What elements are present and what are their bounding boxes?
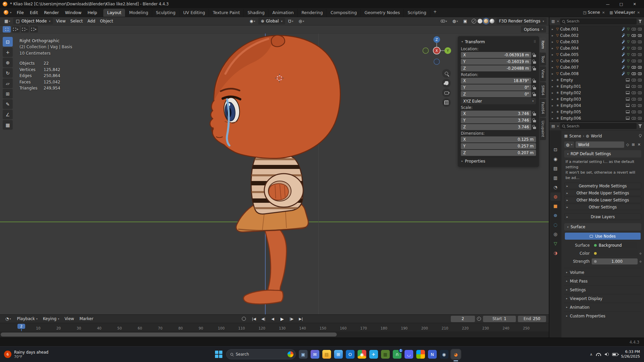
render-visibility-icon[interactable] bbox=[638, 28, 642, 31]
rotation-field[interactable]: X18.879° bbox=[461, 78, 531, 84]
overlays-dropdown[interactable]: ◍▾ bbox=[450, 18, 461, 25]
taskbar-app-store[interactable]: ⊞ bbox=[334, 350, 343, 359]
transform-orientation-selector[interactable]: ⊕Global▾ bbox=[258, 18, 285, 24]
taskbar-app-blender[interactable]: ◕ bbox=[451, 350, 460, 359]
hide-eye-icon[interactable] bbox=[632, 34, 636, 37]
expand-chevron-icon[interactable]: ▸ bbox=[552, 91, 555, 95]
taskbar-app-minecraft[interactable]: ▦ bbox=[381, 350, 390, 359]
weather-widget[interactable]: 6 Rainy days ahead 70°F bbox=[4, 350, 85, 359]
lock-icon[interactable] bbox=[533, 87, 536, 89]
viewport-menu-item[interactable]: Select bbox=[68, 18, 85, 25]
strength-slider[interactable]: 1.000 bbox=[592, 258, 638, 264]
workspace-tab[interactable]: Sculpting bbox=[152, 9, 179, 17]
sidebar-tab[interactable]: Item bbox=[540, 38, 546, 52]
use-nodes-button[interactable]: Use Nodes bbox=[565, 233, 641, 240]
properties-tab-material[interactable]: ◑ bbox=[550, 249, 560, 257]
collapsed-panel-header[interactable]: ▸Viewport Display bbox=[564, 294, 641, 303]
lock-icon[interactable] bbox=[533, 61, 536, 64]
outliner-row[interactable]: ▸ ▽ ∗ Empty ▽ bbox=[549, 77, 644, 83]
jump-to-end-button[interactable]: ▶| bbox=[297, 315, 305, 322]
next-keyframe-button[interactable]: |▶ bbox=[287, 315, 296, 322]
tool-transform[interactable]: ⊞ bbox=[3, 89, 13, 99]
viewport-menu-item[interactable]: Object bbox=[98, 18, 115, 25]
expand-chevron-icon[interactable]: ▸ bbox=[552, 53, 555, 56]
taskbar-app-chrome[interactable]: ◉ bbox=[358, 350, 366, 359]
transform-pivot-button[interactable]: ◉▾ bbox=[247, 18, 258, 25]
dimension-field[interactable]: X0.125 m bbox=[461, 136, 536, 142]
rotation-field[interactable]: Y0° bbox=[461, 84, 531, 90]
tool-measure[interactable]: ∠ bbox=[3, 110, 13, 119]
proportional-edit-toggle[interactable]: ◎▾ bbox=[296, 18, 307, 25]
properties-tab-object-data[interactable]: ▽ bbox=[550, 239, 560, 248]
outliner-search-input[interactable]: Search bbox=[560, 18, 637, 24]
lock-icon[interactable] bbox=[533, 94, 536, 96]
object-name[interactable]: Cube.006 bbox=[560, 59, 579, 63]
render-visibility-icon[interactable] bbox=[638, 92, 642, 94]
timeline-menu-item[interactable]: Marker bbox=[77, 315, 96, 322]
breadcrumb-scene[interactable]: Scene bbox=[569, 134, 581, 138]
keyframe-dot-icon[interactable] bbox=[640, 261, 641, 262]
playhead[interactable]: 2 bbox=[17, 324, 25, 329]
fake-user-shield-icon[interactable]: ◇ bbox=[626, 142, 630, 147]
select-mode-subtract-button[interactable]: − bbox=[21, 26, 29, 33]
sidebar-tab[interactable]: Tool bbox=[540, 53, 546, 66]
outliner-row[interactable]: ▸ ▽ ∗ Cube.008 ▽ bbox=[549, 70, 644, 77]
rdp-subpanel-button[interactable]: ▸Other Mode Lower Settings bbox=[564, 197, 641, 203]
render-visibility-icon[interactable] bbox=[638, 104, 642, 107]
close-icon[interactable]: ✕ bbox=[628, 0, 641, 8]
start-button[interactable] bbox=[214, 350, 223, 359]
menu-item[interactable]: Window bbox=[62, 8, 85, 17]
outliner-row[interactable]: ▸ ▽ ∗ Cube.002 ▽ bbox=[549, 32, 644, 39]
surface-shader-field[interactable]: Background bbox=[592, 242, 637, 248]
object-name[interactable]: Cube.007 bbox=[560, 65, 579, 70]
sidebar-tab[interactable]: Fast64 bbox=[540, 99, 546, 117]
scale-field[interactable]: Y3.746 bbox=[461, 117, 531, 123]
hide-eye-icon[interactable] bbox=[632, 47, 636, 50]
jump-to-start-button[interactable]: |◀ bbox=[250, 315, 258, 322]
object-name[interactable]: Empty bbox=[560, 78, 573, 82]
properties-editor-icon[interactable]: ▤ bbox=[551, 124, 555, 128]
timeline-menu-item[interactable]: Playback bbox=[14, 315, 41, 322]
timeline-scrollbar[interactable] bbox=[0, 331, 549, 338]
tool-move[interactable]: ⊕ bbox=[3, 58, 13, 67]
tool-add-cube[interactable]: ▦ bbox=[3, 120, 13, 130]
render-visibility-icon[interactable] bbox=[638, 117, 642, 120]
draw-layers-button[interactable]: ▸Draw Layers bbox=[564, 214, 641, 220]
object-name[interactable]: Cube.008 bbox=[560, 71, 579, 76]
outliner-row[interactable]: ▸ ▽ ∗ Empty.003 ▽ bbox=[549, 96, 644, 102]
render-visibility-icon[interactable] bbox=[638, 53, 642, 56]
render-visibility-icon[interactable] bbox=[638, 79, 642, 81]
hide-eye-icon[interactable] bbox=[632, 85, 636, 88]
previous-keyframe-button[interactable]: ◀| bbox=[259, 315, 267, 322]
timeline-ruler[interactable]: 1020304050607080901001101201301401501601… bbox=[0, 323, 549, 331]
rdp-subpanel-button[interactable]: ▸Geometry Mode Settings bbox=[564, 183, 641, 189]
workspace-tab[interactable]: Geometry Nodes bbox=[361, 9, 404, 17]
expand-chevron-icon[interactable]: ▸ bbox=[552, 104, 555, 107]
workspace-tab[interactable]: Modeling bbox=[125, 9, 152, 17]
frame-end-field[interactable]: End250 bbox=[518, 316, 546, 322]
current-frame-field[interactable]: 2 bbox=[451, 316, 475, 322]
editor-type-button[interactable]: ▦▾ bbox=[2, 18, 12, 25]
expand-chevron-icon[interactable]: ▸ bbox=[552, 110, 555, 114]
preview-range-toggle[interactable] bbox=[477, 317, 481, 321]
workspace-tab[interactable]: Shading bbox=[244, 9, 269, 17]
world-type-dropdown[interactable]: ◍▾ bbox=[564, 141, 574, 148]
surface-panel-header[interactable]: ▾Surface bbox=[564, 223, 641, 231]
collapsed-panel-header[interactable]: ▸Volume bbox=[564, 268, 641, 277]
properties-tab-modifiers[interactable]: ⊚ bbox=[550, 211, 560, 220]
tool-select-box[interactable]: ⊡ bbox=[3, 37, 13, 47]
frame-start-field[interactable]: Start1 bbox=[483, 316, 516, 322]
object-name[interactable]: Empty.002 bbox=[560, 90, 581, 95]
keyframe-dot-icon[interactable] bbox=[640, 253, 641, 254]
shading-solid-button[interactable] bbox=[478, 19, 482, 23]
expand-chevron-icon[interactable]: ▸ bbox=[552, 66, 555, 69]
scale-field[interactable]: X3.746 bbox=[461, 111, 531, 117]
play-button[interactable]: ▶ bbox=[278, 315, 286, 322]
lock-icon[interactable] bbox=[533, 68, 536, 70]
blender-menu-button[interactable]: ▾ bbox=[1, 8, 14, 17]
taskbar-app-mail[interactable]: ✉ bbox=[311, 350, 319, 359]
render-visibility-icon[interactable] bbox=[638, 98, 642, 101]
hide-eye-icon[interactable] bbox=[632, 104, 636, 107]
play-reverse-button[interactable]: ◀ bbox=[269, 315, 277, 322]
location-field[interactable]: Y-0.16019 m bbox=[461, 59, 531, 65]
